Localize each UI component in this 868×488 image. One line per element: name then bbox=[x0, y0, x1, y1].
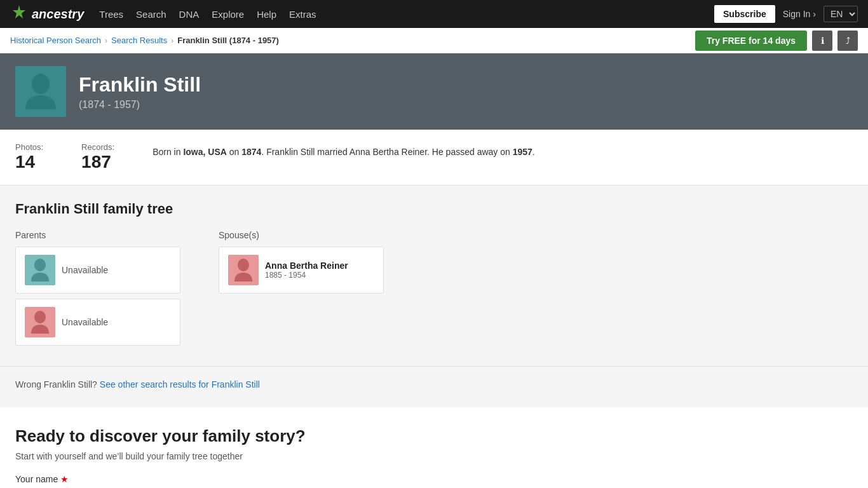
svg-marker-0 bbox=[13, 5, 25, 18]
photos-stat: Photos: 14 bbox=[15, 142, 43, 172]
nav-trees[interactable]: Trees bbox=[99, 9, 123, 20]
discovery-subtitle: Start with yourself and we’ll build your… bbox=[15, 451, 853, 461]
profile-name: Franklin Still bbox=[79, 73, 201, 97]
nav-links: Trees Search DNA Explore Help Extras bbox=[99, 9, 699, 20]
parents-col: Parents Unavailable bbox=[15, 230, 193, 351]
nav-explore[interactable]: Explore bbox=[212, 9, 244, 20]
breadcrumb-actions: Try FREE for 14 days ℹ ⤴ bbox=[695, 30, 858, 51]
svg-point-3 bbox=[34, 311, 46, 323]
parent-card-1[interactable]: Unavailable bbox=[15, 247, 180, 294]
spouse-avatar-1 bbox=[228, 255, 259, 285]
parent-avatar-2 bbox=[25, 307, 55, 337]
top-nav: ancestry Trees Search DNA Explore Help E… bbox=[0, 0, 868, 28]
family-tree-title: Franklin Still family tree bbox=[15, 201, 853, 217]
records-stat: Records: 187 bbox=[81, 142, 114, 172]
spouse-card-1[interactable]: Anna Bertha Reiner 1885 - 1954 bbox=[219, 247, 384, 294]
profile-years: (1874 - 1957) bbox=[79, 99, 201, 111]
info-button[interactable]: ℹ bbox=[812, 30, 832, 51]
wrong-person-text: Wrong Franklin Still? bbox=[15, 379, 97, 390]
share-button[interactable]: ⤴ bbox=[837, 30, 858, 51]
nav-extras[interactable]: Extras bbox=[289, 9, 316, 20]
discovery-title: Ready to discover your family story? bbox=[15, 426, 853, 446]
svg-point-1 bbox=[32, 74, 50, 94]
avatar-silhouette bbox=[23, 72, 58, 111]
spouses-col: Spouse(s) Anna Bertha Reiner 1885 - 1954 bbox=[219, 230, 397, 351]
parents-label: Parents bbox=[15, 230, 193, 240]
breadcrumb-sep-1: › bbox=[105, 36, 107, 45]
logo-icon bbox=[10, 4, 28, 25]
nav-search[interactable]: Search bbox=[136, 9, 166, 20]
svg-point-4 bbox=[238, 259, 249, 271]
spouse-years-1: 1885 - 1954 bbox=[265, 271, 348, 280]
name-label: Your name ★ bbox=[15, 474, 853, 484]
records-count: 187 bbox=[81, 152, 114, 172]
spouse-name-1: Anna Bertha Reiner bbox=[265, 261, 348, 271]
family-tree-section: Franklin Still family tree Parents Unava… bbox=[0, 186, 868, 366]
breadcrumb-current: Franklin Still (1874 - 1957) bbox=[177, 36, 279, 45]
subscribe-button[interactable]: Subscribe bbox=[714, 5, 775, 23]
spouse-info-1: Anna Bertha Reiner 1885 - 1954 bbox=[265, 261, 348, 280]
family-columns: Parents Unavailable bbox=[15, 230, 853, 351]
breadcrumb-sep-2: › bbox=[171, 36, 173, 45]
signin-link[interactable]: Sign In › bbox=[783, 9, 816, 19]
records-label: Records: bbox=[81, 142, 114, 152]
logo[interactable]: ancestry bbox=[10, 4, 84, 25]
profile-info: Franklin Still (1874 - 1957) bbox=[79, 73, 201, 111]
nav-dna[interactable]: DNA bbox=[179, 9, 200, 20]
breadcrumb-historical[interactable]: Historical Person Search bbox=[10, 36, 101, 45]
profile-avatar bbox=[15, 66, 66, 117]
wrong-person-section: Wrong Franklin Still? See other search r… bbox=[0, 366, 868, 402]
parent-info-1: Unavailable bbox=[62, 265, 108, 275]
nav-right: Subscribe Sign In › EN FR DE bbox=[714, 5, 858, 23]
bio-text: Born in Iowa, USA on 1874. Franklin Stil… bbox=[153, 142, 853, 172]
language-select[interactable]: EN FR DE bbox=[824, 6, 858, 22]
try-free-button[interactable]: Try FREE for 14 days bbox=[695, 30, 807, 51]
photos-label: Photos: bbox=[15, 142, 43, 152]
stats-bar: Photos: 14 Records: 187 Born in Iowa, US… bbox=[0, 130, 868, 186]
parent-avatar-1 bbox=[25, 255, 55, 285]
required-star: ★ bbox=[60, 474, 69, 484]
svg-point-2 bbox=[34, 259, 46, 271]
breadcrumb-results[interactable]: Search Results bbox=[111, 36, 167, 45]
parent-card-2[interactable]: Unavailable bbox=[15, 299, 180, 346]
logo-text: ancestry bbox=[32, 7, 84, 22]
discovery-section: Ready to discover your family story? Sta… bbox=[0, 402, 868, 488]
spouses-label: Spouse(s) bbox=[219, 230, 397, 240]
breadcrumb: Historical Person Search › Search Result… bbox=[10, 36, 279, 45]
profile-header: Franklin Still (1874 - 1957) bbox=[0, 53, 868, 130]
breadcrumb-bar: Historical Person Search › Search Result… bbox=[0, 28, 868, 53]
parent-name-2: Unavailable bbox=[62, 317, 108, 327]
parent-info-2: Unavailable bbox=[62, 317, 108, 327]
photos-count: 14 bbox=[15, 152, 43, 172]
wrong-person-link[interactable]: See other search results for Franklin St… bbox=[100, 379, 260, 390]
parent-name-1: Unavailable bbox=[62, 265, 108, 275]
nav-help[interactable]: Help bbox=[257, 9, 276, 20]
